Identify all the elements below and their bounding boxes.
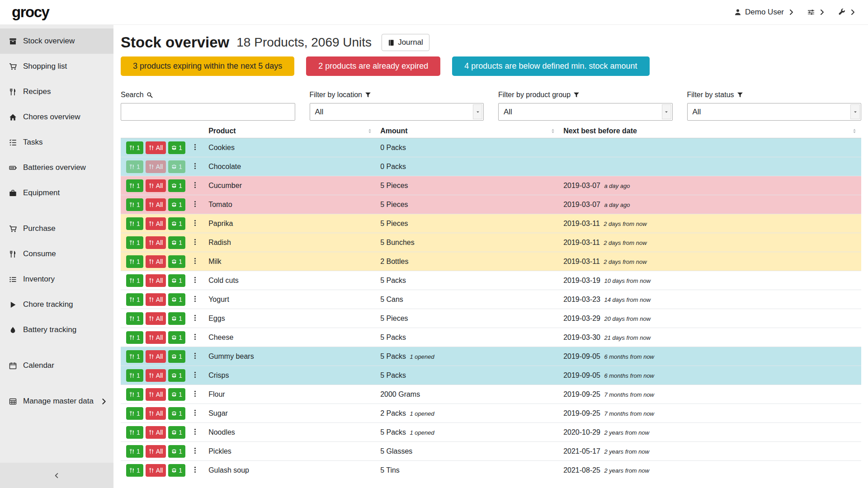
consume-one-button[interactable]: 1 [126,445,143,458]
open-one-button[interactable]: 1 [168,217,185,230]
sidebar-item-chore-tracking[interactable]: Chore tracking [0,292,113,317]
open-one-button[interactable]: 1 [168,426,185,439]
sidebar-item-shopping-list[interactable]: Shopping list [0,54,113,79]
consume-one-button[interactable]: 1 [126,198,143,211]
consume-all-button[interactable]: All [146,312,166,325]
status-alert-pill-1[interactable]: 2 products are already expired [306,56,440,76]
consume-one-button[interactable]: 1 [126,217,143,230]
consume-all-button[interactable]: All [146,141,166,154]
consume-all-button[interactable]: All [146,369,166,382]
consume-all-button[interactable]: All [146,293,166,306]
admin-menu[interactable] [838,9,856,16]
col-amount[interactable]: Amount [377,124,560,138]
consume-all-button[interactable]: All [146,236,166,249]
app-logo[interactable]: grocy [12,4,49,21]
consume-all-button[interactable]: All [146,464,166,477]
open-one-button[interactable]: 1 [168,236,185,249]
sort-icon[interactable] [367,128,373,134]
sidebar-item-manage-master-data[interactable]: Manage master data [0,389,113,414]
sort-icon[interactable] [550,128,556,134]
open-one-button[interactable]: 1 [168,331,185,344]
consume-one-button[interactable]: 1 [126,350,143,363]
col-best-before[interactable]: Next best before date [560,124,861,138]
open-one-button[interactable]: 1 [168,407,185,420]
sidebar-item-battery-tracking[interactable]: Battery tracking [0,317,113,343]
consume-one-button[interactable]: 1 [126,426,143,439]
consume-one-button[interactable]: 1 [126,407,143,420]
consume-one-button[interactable]: 1 [126,274,143,287]
status-alert-pill-0[interactable]: 3 products expiring within the next 5 da… [121,56,294,76]
row-menu-button[interactable] [189,275,201,286]
location-select[interactable]: All [310,103,484,121]
search-input[interactable] [121,103,295,121]
sidebar-item-purchase[interactable]: Purchase [0,216,113,241]
open-one-button[interactable]: 1 [168,141,185,154]
consume-one-button[interactable]: 1 [126,141,143,154]
row-menu-button[interactable] [189,408,201,419]
col-product[interactable]: Product [205,124,377,138]
open-one-button[interactable]: 1 [168,293,185,306]
status-alert-pill-2[interactable]: 4 products are below defined min. stock … [452,56,649,76]
row-menu-button[interactable] [189,389,201,400]
open-one-button[interactable]: 1 [168,369,185,382]
journal-button[interactable]: Journal [382,34,429,51]
sidebar-item-calendar[interactable]: Calendar [0,353,113,378]
consume-one-button[interactable]: 1 [126,255,143,268]
user-menu[interactable]: Demo User [734,8,795,17]
open-one-button[interactable]: 1 [168,312,185,325]
sidebar-collapse-button[interactable] [0,463,113,488]
consume-one-button[interactable]: 1 [126,160,143,173]
open-one-button[interactable]: 1 [168,160,185,173]
consume-all-button[interactable]: All [146,388,166,401]
consume-all-button[interactable]: All [146,426,166,439]
row-menu-button[interactable] [189,142,201,153]
sidebar-item-tasks[interactable]: Tasks [0,130,113,155]
row-menu-button[interactable] [189,427,201,438]
sidebar-item-chores-overview[interactable]: Chores overview [0,104,113,130]
consume-one-button[interactable]: 1 [126,331,143,344]
sidebar-item-inventory[interactable]: Inventory [0,267,113,292]
row-menu-button[interactable] [189,199,201,210]
consume-all-button[interactable]: All [146,198,166,211]
sidebar-item-recipes[interactable]: Recipes [0,79,113,104]
open-one-button[interactable]: 1 [168,179,185,192]
sidebar-item-batteries-overview[interactable]: Batteries overview [0,155,113,180]
settings-menu[interactable] [807,9,826,16]
row-menu-button[interactable] [189,446,201,457]
row-menu-button[interactable] [189,161,201,172]
consume-all-button[interactable]: All [146,179,166,192]
consume-all-button[interactable]: All [146,331,166,344]
row-menu-button[interactable] [189,313,201,324]
open-one-button[interactable]: 1 [168,274,185,287]
consume-one-button[interactable]: 1 [126,388,143,401]
consume-all-button[interactable]: All [146,255,166,268]
row-menu-button[interactable] [189,465,201,476]
row-menu-button[interactable] [189,237,201,248]
open-one-button[interactable]: 1 [168,255,185,268]
open-one-button[interactable]: 1 [168,445,185,458]
consume-all-button[interactable]: All [146,274,166,287]
open-one-button[interactable]: 1 [168,464,185,477]
consume-all-button[interactable]: All [146,350,166,363]
sidebar-item-stock-overview[interactable]: Stock overview [0,28,113,54]
row-menu-button[interactable] [189,218,201,229]
row-menu-button[interactable] [189,351,201,362]
product-group-select[interactable]: All [498,103,673,121]
consume-one-button[interactable]: 1 [126,179,143,192]
consume-all-button[interactable]: All [146,217,166,230]
row-menu-button[interactable] [189,256,201,267]
row-menu-button[interactable] [189,332,201,343]
status-select[interactable]: All [687,103,862,121]
row-menu-button[interactable] [189,294,201,305]
row-menu-button[interactable] [189,180,201,191]
sidebar-item-equipment[interactable]: Equipment [0,180,113,206]
consume-one-button[interactable]: 1 [126,312,143,325]
consume-one-button[interactable]: 1 [126,464,143,477]
consume-one-button[interactable]: 1 [126,369,143,382]
sidebar-item-consume[interactable]: Consume [0,241,113,267]
open-one-button[interactable]: 1 [168,388,185,401]
consume-all-button[interactable]: All [146,445,166,458]
consume-all-button[interactable]: All [146,160,166,173]
open-one-button[interactable]: 1 [168,198,185,211]
consume-one-button[interactable]: 1 [126,293,143,306]
